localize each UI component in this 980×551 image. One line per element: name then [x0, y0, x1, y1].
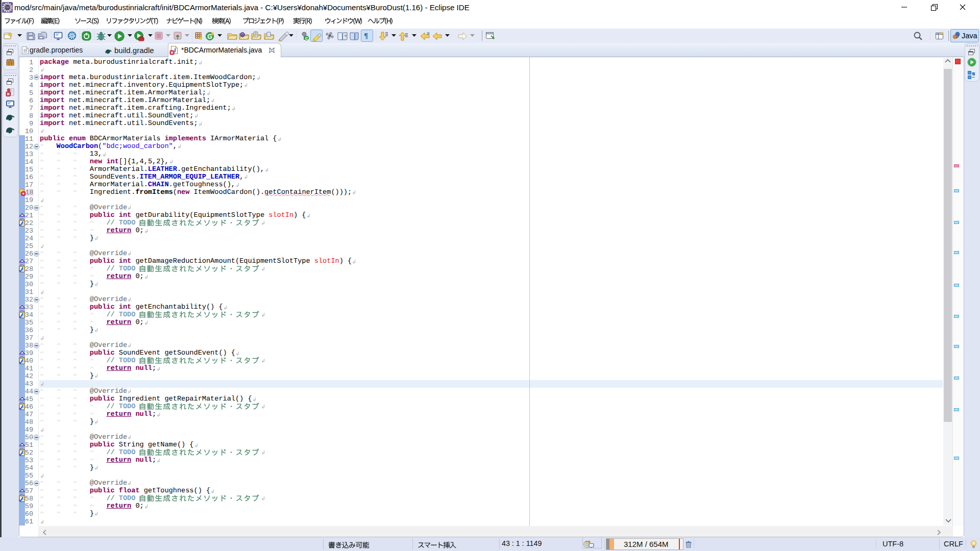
svg-text:C: C [305, 36, 308, 41]
svg-text:¶: ¶ [364, 32, 368, 40]
